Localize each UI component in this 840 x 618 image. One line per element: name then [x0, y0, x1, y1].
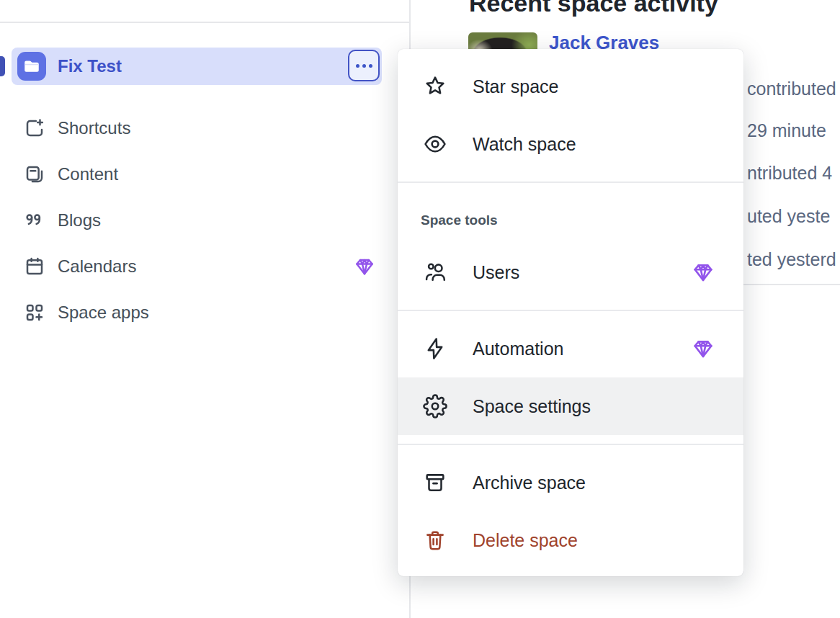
activity-fragment: 29 minute — [747, 120, 826, 140]
menu-item-automation[interactable]: Automation — [398, 320, 743, 377]
sidebar-item-calendars[interactable]: Calendars — [0, 243, 409, 290]
activity-fragment: contributed — [747, 79, 836, 99]
menu-item-label: Star space — [473, 76, 559, 97]
sidebar-item-label: Content — [58, 164, 118, 184]
menu-item-label: Archive space — [473, 473, 586, 493]
ellipsis-dot — [356, 64, 359, 68]
quote-blogs-icon — [23, 209, 46, 232]
menu-item-users[interactable]: Users — [398, 243, 743, 301]
sidebar-item-space-apps[interactable]: Space apps — [0, 290, 409, 336]
menu-item-delete-space[interactable]: Delete space — [398, 511, 743, 569]
add-shortcut-icon — [23, 117, 46, 140]
folder-icon — [22, 57, 41, 76]
cropped-edge-bar — [0, 56, 5, 76]
sidebar-item-label: Calendars — [58, 256, 136, 277]
calendar-icon — [23, 255, 46, 278]
recent-activity-heading: Recent space activity — [469, 0, 718, 17]
space-folder-tile — [17, 52, 46, 81]
menu-item-watch-space[interactable]: Watch space — [398, 115, 743, 173]
premium-gem-icon — [692, 261, 715, 284]
star-icon — [421, 73, 455, 99]
menu-item-star-space[interactable]: Star space — [398, 58, 743, 115]
menu-item-label: Automation — [473, 339, 563, 359]
sidebar-item-label: Space apps — [58, 303, 149, 323]
trash-icon — [421, 527, 455, 553]
space-name: Fix Test — [58, 56, 122, 76]
lightning-icon — [421, 336, 455, 362]
menu-divider — [398, 182, 743, 183]
sidebar-item-shortcuts[interactable]: Shortcuts — [0, 105, 409, 151]
ellipsis-dot — [362, 64, 366, 68]
menu-item-space-settings[interactable]: Space settings — [398, 377, 743, 435]
space-row-fix-test[interactable]: Fix Test — [12, 48, 382, 85]
gear-icon — [421, 393, 455, 419]
premium-gem-icon — [692, 337, 715, 360]
menu-divider — [398, 444, 743, 445]
activity-fragment: ntributed 4 — [747, 163, 832, 183]
sidebar-item-content[interactable]: Content — [0, 151, 409, 197]
space-sidebar-nav: Shortcuts Content Blogs — [0, 105, 409, 336]
people-icon — [421, 259, 455, 285]
menu-item-label: Delete space — [473, 530, 578, 551]
sidebar-top-divider — [0, 22, 409, 23]
menu-divider — [398, 310, 743, 311]
apps-grid-icon — [23, 301, 46, 324]
premium-gem-icon — [353, 255, 376, 278]
sidebar-item-label: Shortcuts — [58, 118, 130, 138]
menu-item-label: Users — [473, 262, 519, 283]
app-stage: Recent space activity Jack Graves contri… — [0, 0, 840, 618]
activity-fragment: uted yeste — [747, 206, 830, 226]
activity-fragment: ted yesterd — [747, 249, 836, 269]
ellipsis-dot — [369, 64, 372, 68]
menu-item-archive-space[interactable]: Archive space — [398, 454, 743, 511]
menu-section-header: Space tools — [398, 197, 743, 243]
eye-icon — [421, 131, 455, 157]
space-context-menu: Star space Watch space Space tools — [398, 49, 743, 576]
menu-item-label: Watch space — [473, 134, 576, 155]
sidebar-item-label: Blogs — [58, 210, 101, 230]
archive-box-icon — [421, 470, 455, 496]
menu-item-label: Space settings — [473, 396, 591, 417]
space-more-button[interactable] — [348, 50, 380, 81]
content-pages-icon — [23, 163, 46, 186]
sidebar-item-blogs[interactable]: Blogs — [0, 197, 409, 243]
